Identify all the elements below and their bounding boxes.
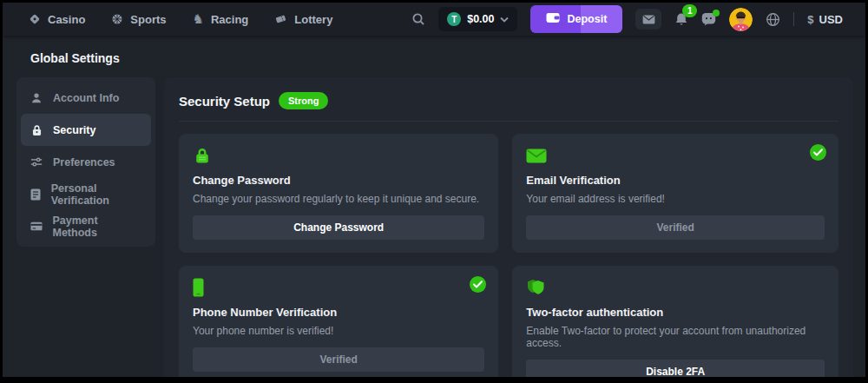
sidebar-item-label: Preferences — [53, 156, 115, 168]
shields-icon — [526, 278, 547, 297]
disable-2fa-button[interactable]: Disable 2FA — [526, 360, 825, 377]
card-title: Email Verification — [526, 174, 825, 187]
balance-amount: $0.00 — [467, 13, 494, 25]
deposit-label: Deposit — [567, 13, 607, 25]
topbar-divider — [793, 12, 794, 26]
topbar: Casino Sports ♞ Racing Lottery — [3, 3, 865, 36]
panel-header: Security Setup Strong — [179, 92, 838, 122]
envelope-icon — [526, 149, 547, 163]
notification-badge: 1 — [682, 4, 697, 17]
card-title: Phone Number Verification — [193, 306, 484, 319]
security-cards-grid: Change Password Change your password reg… — [179, 134, 838, 377]
chat-online-dot — [713, 10, 720, 17]
lock-icon — [30, 124, 43, 136]
nav-label: Casino — [48, 13, 85, 26]
sliders-icon — [30, 156, 43, 168]
card-title: Two-factor authentication — [526, 306, 825, 319]
tether-coin-icon: T — [447, 12, 461, 26]
sidebar-item-account-info[interactable]: Account Info — [21, 82, 151, 114]
wallet-balance[interactable]: T $0.00 — [438, 7, 517, 31]
card-description: Change your password regularly to keep i… — [193, 193, 484, 205]
settings-sidebar: Account Info Security Preferences Person… — [16, 77, 155, 247]
primary-nav: Casino Sports ♞ Racing Lottery — [29, 13, 332, 26]
chat-button[interactable] — [701, 12, 716, 26]
currency-selector[interactable]: $ USD — [807, 13, 843, 26]
security-panel: Security Setup Strong Change Password Ch… — [164, 77, 853, 377]
screenshot-frame: Casino Sports ♞ Racing Lottery — [0, 0, 868, 383]
topbar-right: T $0.00 Deposit 1 — [411, 5, 843, 33]
sidebar-item-label: Personal Verification — [51, 182, 142, 207]
currency-code: USD — [819, 13, 843, 26]
sidebar-item-label: Account Info — [53, 92, 119, 104]
messages-button[interactable] — [635, 9, 661, 30]
card-icon — [30, 221, 43, 231]
card-description: Your phone number is verified! — [193, 325, 484, 337]
notifications-button[interactable]: 1 — [674, 12, 688, 27]
nav-item-racing[interactable]: ♞ Racing — [193, 13, 249, 26]
card-description: Enable Two-factor to protect your accoun… — [526, 325, 825, 349]
phone-verification-card: Phone Number Verification Your phone num… — [179, 266, 498, 377]
user-avatar[interactable] — [729, 8, 753, 31]
nav-item-sports[interactable]: Sports — [111, 13, 166, 26]
nav-item-casino[interactable]: Casino — [29, 13, 85, 26]
casino-icon — [29, 13, 41, 25]
app-window: Casino Sports ♞ Racing Lottery — [3, 3, 865, 377]
phone-verified-button[interactable]: Verified — [193, 347, 484, 372]
page-title: Global Settings — [30, 51, 865, 65]
nav-label: Racing — [211, 13, 248, 26]
two-factor-card: Two-factor authentication Enable Two-fac… — [512, 266, 838, 377]
nav-label: Lottery — [294, 13, 332, 26]
sidebar-item-label: Security — [53, 124, 95, 136]
deposit-button[interactable]: Deposit — [530, 5, 622, 33]
card-description: Your email address is verified! — [526, 193, 825, 205]
lottery-icon — [274, 13, 287, 25]
user-icon — [30, 92, 43, 104]
search-icon[interactable] — [411, 12, 425, 26]
card-title: Change Password — [193, 174, 484, 187]
currency-symbol: $ — [807, 13, 813, 26]
sidebar-item-payment-methods[interactable]: Payment Methods — [21, 210, 151, 242]
racing-icon: ♞ — [193, 13, 204, 26]
document-icon — [30, 188, 42, 201]
phone-icon — [193, 278, 204, 297]
padlock-icon — [193, 147, 212, 165]
change-password-card: Change Password Change your password reg… — [179, 134, 498, 253]
envelope-icon — [642, 15, 655, 24]
chevron-down-icon — [500, 17, 509, 23]
sidebar-item-security[interactable]: Security — [21, 114, 151, 146]
wallet-icon — [546, 12, 560, 26]
strength-badge: Strong — [279, 92, 328, 109]
change-password-button[interactable]: Change Password — [193, 215, 484, 240]
sports-icon — [111, 13, 123, 25]
email-verified-button[interactable]: Verified — [526, 215, 825, 240]
sidebar-item-personal-verification[interactable]: Personal Verification — [21, 178, 151, 210]
verified-check-icon — [810, 144, 826, 161]
nav-label: Sports — [130, 13, 166, 26]
sidebar-item-preferences[interactable]: Preferences — [21, 146, 151, 178]
email-verification-card: Email Verification Your email address is… — [512, 134, 838, 253]
content: Account Info Security Preferences Person… — [3, 77, 865, 377]
panel-title: Security Setup — [179, 94, 270, 109]
globe-icon — [766, 12, 780, 27]
nav-item-lottery[interactable]: Lottery — [274, 13, 332, 26]
sidebar-item-label: Payment Methods — [52, 215, 142, 239]
language-globe-button[interactable] — [766, 12, 780, 27]
